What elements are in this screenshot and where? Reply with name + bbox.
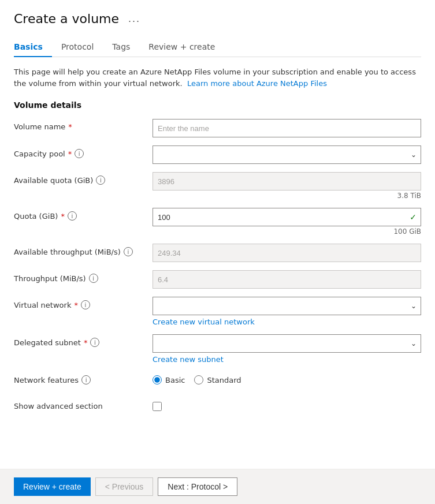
- throughput-label: Throughput (MiB/s) i: [14, 270, 153, 283]
- quota-label: Quota (GiB) * i: [14, 208, 153, 221]
- network-features-standard-radio[interactable]: [194, 375, 203, 384]
- volume-name-control: [153, 119, 421, 137]
- tab-bar: Basics Protocol Tags Review + create: [14, 38, 421, 57]
- capacity-pool-control: ⌄: [153, 145, 421, 164]
- capacity-pool-row: Capacity pool * i ⌄: [14, 145, 421, 164]
- available-quota-row: Available quota (GiB) i 3.8 TiB: [14, 172, 421, 200]
- learn-more-link[interactable]: Learn more about Azure NetApp Files: [187, 79, 327, 88]
- delegated-subnet-select-wrapper: ⌄: [153, 334, 421, 353]
- quota-input-wrapper: ✓: [153, 208, 421, 226]
- show-advanced-control: [153, 398, 421, 411]
- volume-name-label: Volume name *: [14, 119, 153, 131]
- network-features-basic-option[interactable]: Basic: [153, 375, 185, 384]
- delegated-subnet-info-icon[interactable]: i: [90, 338, 99, 347]
- capacity-pool-select-wrapper: ⌄: [153, 145, 421, 164]
- show-advanced-label: Show advanced section: [14, 398, 153, 410]
- capacity-pool-info-icon[interactable]: i: [75, 149, 84, 158]
- network-features-basic-radio[interactable]: [153, 375, 162, 384]
- available-throughput-row: Available throughput (MiB/s) i: [14, 244, 421, 262]
- required-marker: *: [68, 122, 72, 131]
- info-text: This page will help you create an Azure …: [14, 66, 421, 89]
- available-quota-control: 3.8 TiB: [153, 172, 421, 200]
- ellipsis-button[interactable]: ...: [125, 12, 144, 26]
- available-quota-info-icon[interactable]: i: [96, 176, 105, 185]
- quota-control: ✓ 100 GiB: [153, 208, 421, 236]
- tab-basics[interactable]: Basics: [14, 38, 52, 57]
- virtual-network-info-icon[interactable]: i: [81, 300, 90, 309]
- tab-tags[interactable]: Tags: [103, 38, 139, 57]
- delegated-subnet-control: ⌄ Create new subnet: [153, 334, 421, 364]
- network-features-radio-group: Basic Standard: [153, 372, 421, 384]
- network-features-basic-label: Basic: [165, 376, 185, 384]
- quota-info-icon[interactable]: i: [68, 211, 77, 221]
- show-advanced-checkbox[interactable]: [153, 402, 162, 411]
- available-throughput-control: [153, 244, 421, 262]
- footer: Review + create < Previous Next : Protoc…: [0, 469, 435, 504]
- virtual-network-select[interactable]: [153, 297, 421, 315]
- quota-input[interactable]: [153, 208, 421, 226]
- page-title: Create a volume: [14, 12, 119, 26]
- tab-review-create[interactable]: Review + create: [139, 38, 224, 57]
- required-marker: *: [68, 150, 72, 158]
- network-features-info-icon[interactable]: i: [81, 375, 91, 384]
- section-title: Volume details: [14, 100, 421, 110]
- network-features-standard-label: Standard: [207, 376, 241, 384]
- throughput-info-icon[interactable]: i: [89, 274, 98, 283]
- available-quota-input: [153, 172, 421, 191]
- network-features-standard-option[interactable]: Standard: [194, 375, 241, 384]
- quota-sub-label: 100 GiB: [153, 227, 421, 236]
- available-quota-label: Available quota (GiB) i: [14, 172, 153, 185]
- virtual-network-control: ⌄ Create new virtual network: [153, 297, 421, 326]
- capacity-pool-select[interactable]: [153, 145, 421, 164]
- volume-name-input[interactable]: [153, 119, 421, 137]
- quota-row: Quota (GiB) * i ✓ 100 GiB: [14, 208, 421, 236]
- capacity-pool-label: Capacity pool * i: [14, 145, 153, 158]
- next-protocol-button[interactable]: Next : Protocol >: [158, 477, 237, 496]
- available-throughput-info-icon[interactable]: i: [124, 247, 133, 256]
- network-features-label: Network features i: [14, 372, 153, 384]
- throughput-input: [153, 270, 421, 289]
- review-create-button[interactable]: Review + create: [14, 477, 91, 496]
- delegated-subnet-select[interactable]: [153, 334, 421, 353]
- delegated-subnet-label: Delegated subnet * i: [14, 334, 153, 347]
- available-throughput-label: Available throughput (MiB/s) i: [14, 244, 153, 256]
- quota-check-icon: ✓: [410, 212, 417, 222]
- available-quota-sub-label: 3.8 TiB: [153, 192, 421, 200]
- virtual-network-select-wrapper: ⌄: [153, 297, 421, 315]
- available-throughput-input: [153, 244, 421, 262]
- virtual-network-label: Virtual network * i: [14, 297, 153, 309]
- throughput-row: Throughput (MiB/s) i: [14, 270, 421, 289]
- required-marker: *: [61, 212, 65, 221]
- create-virtual-network-link[interactable]: Create new virtual network: [153, 318, 421, 326]
- throughput-control: [153, 270, 421, 289]
- previous-button[interactable]: < Previous: [95, 477, 154, 496]
- required-marker: *: [84, 338, 88, 347]
- show-advanced-checkbox-wrapper: [153, 398, 421, 411]
- volume-name-row: Volume name *: [14, 119, 421, 137]
- create-subnet-link[interactable]: Create new subnet: [153, 355, 421, 364]
- network-features-row: Network features i Basic Standard: [14, 372, 421, 390]
- delegated-subnet-row: Delegated subnet * i ⌄ Create new subnet: [14, 334, 421, 364]
- show-advanced-row: Show advanced section: [14, 398, 421, 417]
- virtual-network-row: Virtual network * i ⌄ Create new virtual…: [14, 297, 421, 326]
- network-features-control: Basic Standard: [153, 372, 421, 384]
- tab-protocol[interactable]: Protocol: [52, 38, 103, 57]
- required-marker: *: [74, 301, 78, 309]
